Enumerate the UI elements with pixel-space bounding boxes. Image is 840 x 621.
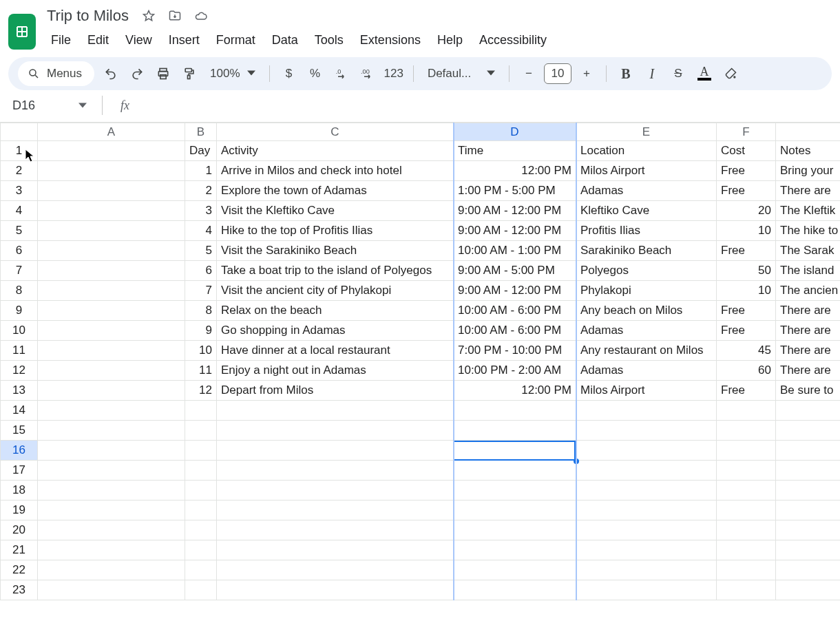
cell-D5[interactable]: 9:00 AM - 12:00 PM — [454, 221, 576, 241]
cell-G11[interactable]: There are — [776, 341, 841, 361]
cell-E19[interactable] — [576, 501, 717, 520]
cell-B5[interactable]: 4 — [185, 221, 217, 241]
document-title[interactable]: Trip to Milos — [44, 6, 132, 26]
cell-B13[interactable]: 12 — [185, 381, 217, 401]
cell-F13[interactable]: Free — [717, 381, 776, 401]
cell-D15[interactable] — [454, 421, 576, 441]
cell-F10[interactable]: Free — [717, 321, 776, 341]
cell-E12[interactable]: Adamas — [576, 361, 717, 381]
cell-G7[interactable]: The island — [776, 261, 841, 281]
cell-C21[interactable] — [217, 540, 454, 560]
row-header-8[interactable]: 8 — [1, 281, 38, 301]
row-header-5[interactable]: 5 — [1, 221, 38, 241]
cell-F6[interactable]: Free — [717, 241, 776, 261]
cell-F22[interactable] — [717, 560, 776, 580]
cell-A19[interactable] — [38, 501, 185, 520]
row-header-13[interactable]: 13 — [1, 381, 38, 401]
cell-E10[interactable]: Adamas — [576, 321, 717, 341]
cell-C8[interactable]: Visit the ancient city of Phylakopi — [217, 281, 454, 301]
cell-F1[interactable]: Cost — [717, 141, 776, 161]
cell-C6[interactable]: Visit the Sarakiniko Beach — [217, 241, 454, 261]
cell-C9[interactable]: Relax on the beach — [217, 301, 454, 321]
row-header-19[interactable]: 19 — [1, 501, 38, 520]
menus-search[interactable]: Menus — [18, 61, 94, 86]
fill-color-button[interactable] — [721, 63, 740, 85]
menu-view[interactable]: View — [118, 30, 159, 50]
cell-G18[interactable] — [776, 481, 841, 501]
row-header-11[interactable]: 11 — [1, 341, 38, 361]
spreadsheet-grid[interactable]: ABCDEFG 1DayActivityTimeLocationCostNote… — [0, 122, 840, 600]
cell-F18[interactable] — [717, 481, 776, 501]
increase-font-button[interactable]: + — [577, 63, 596, 85]
cell-D21[interactable] — [454, 540, 576, 560]
column-header-E[interactable]: E — [576, 123, 717, 141]
strikethrough-button[interactable]: S — [669, 63, 688, 85]
cell-D14[interactable] — [454, 401, 576, 421]
cell-A21[interactable] — [38, 540, 185, 560]
row-header-2[interactable]: 2 — [1, 161, 38, 181]
cell-E4[interactable]: Kleftiko Cave — [576, 201, 717, 221]
cell-A6[interactable] — [38, 241, 185, 261]
cell-B19[interactable] — [185, 501, 217, 520]
cell-C15[interactable] — [217, 421, 454, 441]
cell-E13[interactable]: Milos Airport — [576, 381, 717, 401]
row-header-6[interactable]: 6 — [1, 241, 38, 261]
print-button[interactable] — [154, 63, 173, 85]
cell-E5[interactable]: Profitis Ilias — [576, 221, 717, 241]
cell-C7[interactable]: Take a boat trip to the island of Polyeg… — [217, 261, 454, 281]
cell-B23[interactable] — [185, 580, 217, 600]
cell-E11[interactable]: Any restaurant on Milos — [576, 341, 717, 361]
column-header-A[interactable]: A — [38, 123, 185, 141]
cell-E22[interactable] — [576, 560, 717, 580]
cell-D13[interactable]: 12:00 PM — [454, 381, 576, 401]
cell-D19[interactable] — [454, 501, 576, 520]
cell-B12[interactable]: 11 — [185, 361, 217, 381]
cell-A9[interactable] — [38, 301, 185, 321]
cell-C3[interactable]: Explore the town of Adamas — [217, 181, 454, 201]
decrease-decimal-button[interactable]: .0 — [332, 63, 351, 85]
cell-F14[interactable] — [717, 401, 776, 421]
cell-C18[interactable] — [217, 481, 454, 501]
cell-C20[interactable] — [217, 520, 454, 540]
undo-button[interactable] — [101, 63, 120, 85]
cell-G17[interactable] — [776, 461, 841, 481]
cell-C2[interactable]: Arrive in Milos and check into hotel — [217, 161, 454, 181]
column-header-B[interactable]: B — [185, 123, 217, 141]
cell-C14[interactable] — [217, 401, 454, 421]
cell-E14[interactable] — [576, 401, 717, 421]
cell-E18[interactable] — [576, 481, 717, 501]
cell-G22[interactable] — [776, 560, 841, 580]
cell-E17[interactable] — [576, 461, 717, 481]
cell-B18[interactable] — [185, 481, 217, 501]
cell-G15[interactable] — [776, 421, 841, 441]
cell-D18[interactable] — [454, 481, 576, 501]
cell-F23[interactable] — [717, 580, 776, 600]
paint-format-button[interactable] — [180, 63, 199, 85]
cell-C11[interactable]: Have dinner at a local restaurant — [217, 341, 454, 361]
cell-E16[interactable] — [576, 441, 717, 461]
cell-B2[interactable]: 1 — [185, 161, 217, 181]
cell-F7[interactable]: 50 — [717, 261, 776, 281]
cell-A22[interactable] — [38, 560, 185, 580]
cell-A11[interactable] — [38, 341, 185, 361]
cell-C13[interactable]: Depart from Milos — [217, 381, 454, 401]
cell-E7[interactable]: Polyegos — [576, 261, 717, 281]
row-header-14[interactable]: 14 — [1, 401, 38, 421]
cell-E2[interactable]: Milos Airport — [576, 161, 717, 181]
cell-G16[interactable] — [776, 441, 841, 461]
cell-A4[interactable] — [38, 201, 185, 221]
menu-tools[interactable]: Tools — [308, 30, 350, 50]
cell-G12[interactable]: There are — [776, 361, 841, 381]
cell-C22[interactable] — [217, 560, 454, 580]
cell-A13[interactable] — [38, 381, 185, 401]
cell-D2[interactable]: 12:00 PM — [454, 161, 576, 181]
cell-E20[interactable] — [576, 520, 717, 540]
cell-C23[interactable] — [217, 580, 454, 600]
cell-B11[interactable]: 10 — [185, 341, 217, 361]
cell-F19[interactable] — [717, 501, 776, 520]
row-header-21[interactable]: 21 — [1, 540, 38, 560]
cell-G19[interactable] — [776, 501, 841, 520]
cell-G10[interactable]: There are — [776, 321, 841, 341]
menu-extensions[interactable]: Extensions — [353, 30, 428, 50]
row-header-4[interactable]: 4 — [1, 201, 38, 221]
